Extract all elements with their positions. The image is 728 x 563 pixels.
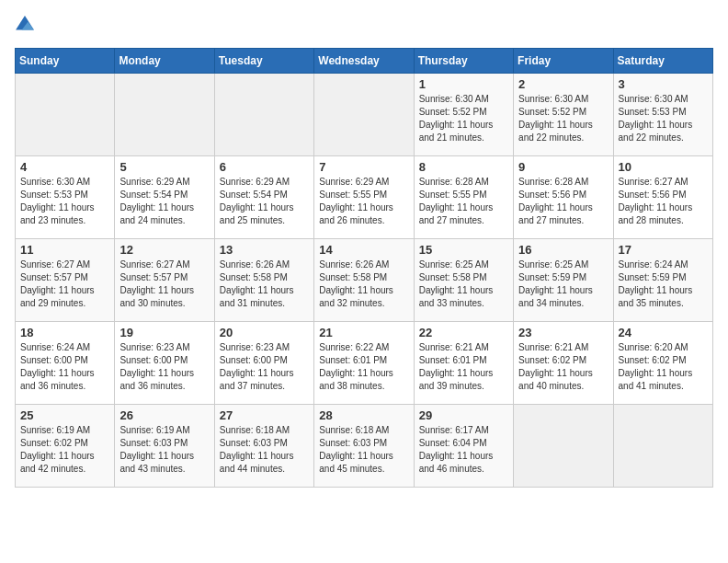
weekday-header-thursday: Thursday (414, 49, 513, 74)
calendar-cell: 29Sunrise: 6:17 AM Sunset: 6:04 PM Dayli… (414, 405, 513, 488)
calendar-cell: 14Sunrise: 6:26 AM Sunset: 5:58 PM Dayli… (314, 239, 414, 322)
calendar-cell: 2Sunrise: 6:30 AM Sunset: 5:52 PM Daylig… (514, 74, 613, 156)
calendar-cell: 13Sunrise: 6:26 AM Sunset: 5:58 PM Dayli… (214, 239, 313, 322)
day-number: 6 (220, 160, 309, 174)
day-number: 7 (319, 160, 408, 174)
day-info: Sunrise: 6:23 AM Sunset: 6:00 PM Dayligh… (119, 341, 209, 393)
day-number: 4 (20, 160, 109, 174)
day-info: Sunrise: 6:26 AM Sunset: 5:58 PM Dayligh… (220, 259, 309, 310)
day-info: Sunrise: 6:23 AM Sunset: 6:00 PM Dayligh… (220, 341, 309, 393)
day-number: 15 (419, 243, 508, 257)
day-info: Sunrise: 6:29 AM Sunset: 5:54 PM Dayligh… (119, 176, 209, 227)
header (15, 15, 713, 39)
calendar-table: SundayMondayTuesdayWednesdayThursdayFrid… (15, 48, 713, 488)
calendar-cell: 18Sunrise: 6:24 AM Sunset: 6:00 PM Dayli… (16, 322, 115, 405)
day-info: Sunrise: 6:30 AM Sunset: 5:52 PM Dayligh… (518, 93, 608, 144)
weekday-header-monday: Monday (115, 49, 214, 74)
day-number: 8 (419, 160, 508, 174)
logo (15, 15, 37, 39)
weekday-header-wednesday: Wednesday (314, 49, 414, 74)
day-number: 9 (518, 160, 608, 174)
calendar-cell (314, 74, 414, 156)
calendar-cell: 16Sunrise: 6:25 AM Sunset: 5:59 PM Dayli… (514, 239, 613, 322)
calendar-cell: 3Sunrise: 6:30 AM Sunset: 5:53 PM Daylig… (613, 74, 712, 156)
calendar-cell (16, 74, 115, 156)
weekday-header-tuesday: Tuesday (214, 49, 313, 74)
day-info: Sunrise: 6:27 AM Sunset: 5:56 PM Dayligh… (619, 176, 708, 227)
day-number: 28 (319, 408, 408, 422)
day-number: 11 (20, 243, 109, 257)
calendar-cell: 11Sunrise: 6:27 AM Sunset: 5:57 PM Dayli… (16, 239, 115, 322)
day-info: Sunrise: 6:30 AM Sunset: 5:53 PM Dayligh… (20, 176, 109, 227)
day-info: Sunrise: 6:30 AM Sunset: 5:53 PM Dayligh… (619, 93, 708, 144)
calendar-cell: 5Sunrise: 6:29 AM Sunset: 5:54 PM Daylig… (115, 156, 214, 239)
day-info: Sunrise: 6:30 AM Sunset: 5:52 PM Dayligh… (419, 93, 508, 144)
day-info: Sunrise: 6:21 AM Sunset: 6:02 PM Dayligh… (518, 341, 608, 393)
day-number: 21 (319, 326, 408, 339)
day-number: 1 (419, 77, 508, 91)
day-info: Sunrise: 6:18 AM Sunset: 6:03 PM Dayligh… (220, 424, 309, 476)
calendar-cell: 27Sunrise: 6:18 AM Sunset: 6:03 PM Dayli… (214, 405, 313, 488)
day-info: Sunrise: 6:27 AM Sunset: 5:57 PM Dayligh… (119, 259, 209, 310)
day-info: Sunrise: 6:19 AM Sunset: 6:02 PM Dayligh… (20, 424, 109, 476)
day-info: Sunrise: 6:19 AM Sunset: 6:03 PM Dayligh… (119, 424, 209, 476)
calendar-cell: 1Sunrise: 6:30 AM Sunset: 5:52 PM Daylig… (414, 74, 513, 156)
day-number: 25 (20, 408, 109, 422)
calendar-cell: 9Sunrise: 6:28 AM Sunset: 5:56 PM Daylig… (514, 156, 613, 239)
day-number: 19 (119, 326, 209, 339)
day-number: 14 (319, 243, 408, 257)
day-info: Sunrise: 6:29 AM Sunset: 5:54 PM Dayligh… (220, 176, 309, 227)
day-number: 10 (619, 160, 708, 174)
day-number: 12 (119, 243, 209, 257)
day-number: 5 (119, 160, 209, 174)
calendar-cell: 23Sunrise: 6:21 AM Sunset: 6:02 PM Dayli… (514, 322, 613, 405)
day-info: Sunrise: 6:24 AM Sunset: 6:00 PM Dayligh… (20, 341, 109, 393)
calendar-cell: 19Sunrise: 6:23 AM Sunset: 6:00 PM Dayli… (115, 322, 214, 405)
calendar-cell: 25Sunrise: 6:19 AM Sunset: 6:02 PM Dayli… (16, 405, 115, 488)
calendar-cell (214, 74, 313, 156)
calendar-cell: 6Sunrise: 6:29 AM Sunset: 5:54 PM Daylig… (214, 156, 313, 239)
calendar-cell: 10Sunrise: 6:27 AM Sunset: 5:56 PM Dayli… (613, 156, 712, 239)
day-number: 22 (419, 326, 508, 339)
calendar-cell: 17Sunrise: 6:24 AM Sunset: 5:59 PM Dayli… (613, 239, 712, 322)
day-number: 23 (518, 326, 608, 339)
day-info: Sunrise: 6:25 AM Sunset: 5:59 PM Dayligh… (518, 259, 608, 310)
day-info: Sunrise: 6:22 AM Sunset: 6:01 PM Dayligh… (319, 341, 408, 393)
day-number: 27 (220, 408, 309, 422)
calendar-cell (514, 405, 613, 488)
day-number: 2 (518, 77, 608, 91)
calendar-cell: 7Sunrise: 6:29 AM Sunset: 5:55 PM Daylig… (314, 156, 414, 239)
weekday-header-sunday: Sunday (16, 49, 115, 74)
day-info: Sunrise: 6:28 AM Sunset: 5:55 PM Dayligh… (419, 176, 508, 227)
day-number: 17 (619, 243, 708, 257)
day-number: 13 (220, 243, 309, 257)
day-info: Sunrise: 6:26 AM Sunset: 5:58 PM Dayligh… (319, 259, 408, 310)
calendar-cell: 24Sunrise: 6:20 AM Sunset: 6:02 PM Dayli… (613, 322, 712, 405)
day-info: Sunrise: 6:21 AM Sunset: 6:01 PM Dayligh… (419, 341, 508, 393)
day-info: Sunrise: 6:17 AM Sunset: 6:04 PM Dayligh… (419, 424, 508, 476)
day-number: 18 (20, 326, 109, 339)
weekday-header-friday: Friday (514, 49, 613, 74)
day-number: 24 (619, 326, 708, 339)
day-number: 3 (619, 77, 708, 91)
calendar-cell (613, 405, 712, 488)
day-info: Sunrise: 6:28 AM Sunset: 5:56 PM Dayligh… (518, 176, 608, 227)
day-info: Sunrise: 6:27 AM Sunset: 5:57 PM Dayligh… (20, 259, 109, 310)
calendar-cell (115, 74, 214, 156)
day-info: Sunrise: 6:29 AM Sunset: 5:55 PM Dayligh… (319, 176, 408, 227)
calendar-cell: 21Sunrise: 6:22 AM Sunset: 6:01 PM Dayli… (314, 322, 414, 405)
calendar-cell: 8Sunrise: 6:28 AM Sunset: 5:55 PM Daylig… (414, 156, 513, 239)
calendar-cell: 20Sunrise: 6:23 AM Sunset: 6:00 PM Dayli… (214, 322, 313, 405)
day-info: Sunrise: 6:20 AM Sunset: 6:02 PM Dayligh… (619, 341, 708, 393)
day-number: 26 (119, 408, 209, 422)
calendar-cell: 28Sunrise: 6:18 AM Sunset: 6:03 PM Dayli… (314, 405, 414, 488)
logo-icon (15, 15, 35, 35)
calendar-cell: 26Sunrise: 6:19 AM Sunset: 6:03 PM Dayli… (115, 405, 214, 488)
calendar-cell: 4Sunrise: 6:30 AM Sunset: 5:53 PM Daylig… (16, 156, 115, 239)
calendar-cell: 22Sunrise: 6:21 AM Sunset: 6:01 PM Dayli… (414, 322, 513, 405)
day-info: Sunrise: 6:24 AM Sunset: 5:59 PM Dayligh… (619, 259, 708, 310)
day-number: 20 (220, 326, 309, 339)
day-number: 29 (419, 408, 508, 422)
day-info: Sunrise: 6:25 AM Sunset: 5:58 PM Dayligh… (419, 259, 508, 310)
calendar-cell: 15Sunrise: 6:25 AM Sunset: 5:58 PM Dayli… (414, 239, 513, 322)
